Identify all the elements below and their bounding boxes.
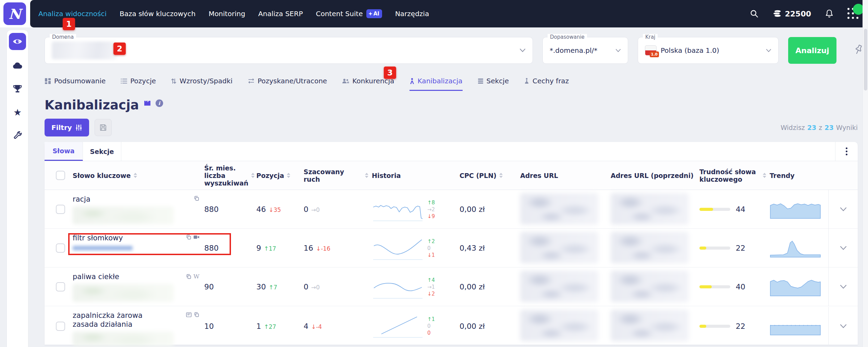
sidebar-trophy-icon[interactable]: [10, 81, 25, 97]
annotation-step-2: 2: [113, 43, 126, 55]
tab-kanibalizacja[interactable]: Kanibalizacja: [409, 77, 463, 91]
sort-icon[interactable]: [365, 173, 368, 178]
table-options-kebab-icon[interactable]: [835, 142, 858, 161]
apps-grid-icon[interactable]: [847, 8, 859, 20]
country-value: Polska (baza 1.0): [661, 46, 719, 55]
sort-icon[interactable]: [134, 173, 137, 178]
redacted-keyword-detail: [73, 284, 174, 302]
tab-sekcje[interactable]: Sekcje: [478, 77, 509, 90]
list-icon: [121, 78, 127, 84]
difficulty-bar: [699, 247, 730, 250]
row-expand-chevron-icon[interactable]: [828, 307, 858, 346]
keyword-text[interactable]: racja: [73, 195, 175, 204]
tab-cechy-fraz[interactable]: Cechy fraz: [524, 77, 569, 90]
sparkle-icon: [368, 12, 372, 16]
chevron-down-icon[interactable]: [766, 49, 771, 52]
report-tabs: Podsumowanie Pozycje Wzrosty/Spadki Pozy…: [45, 77, 868, 91]
sidebar-visibility-eye-icon[interactable]: [9, 33, 26, 50]
table-row: zapalniczka żarowa zasada działania 10 1…: [45, 306, 858, 345]
nav-monitoring[interactable]: Monitoring: [209, 10, 245, 18]
trend-chart: [770, 316, 828, 336]
country-select[interactable]: Kraj 1.0 Polska (baza 1.0): [638, 37, 779, 64]
keyword-cell[interactable]: paliwa ciekłe W: [73, 267, 204, 306]
info-icon[interactable]: i: [156, 99, 163, 107]
history-stats: ↑1 0 0: [427, 316, 435, 336]
sidebar-cloud-icon[interactable]: [10, 58, 25, 73]
copy-icon[interactable]: [194, 195, 199, 201]
match-select[interactable]: Dopasowanie *.domena.pl/*: [542, 37, 628, 64]
col-volume[interactable]: Śr. mies. liczba wyszukiwań: [204, 164, 256, 187]
results-shown: 23: [807, 124, 816, 131]
select-all-checkbox[interactable]: [56, 171, 65, 180]
sort-icon[interactable]: [251, 173, 255, 178]
save-filters-button[interactable]: [95, 119, 112, 136]
history-stats: ↑8 →2 ↓9: [427, 200, 435, 219]
analyze-button[interactable]: Analizuj: [788, 37, 836, 64]
traffic-metric: 16↓-16: [304, 244, 372, 252]
copy-icon[interactable]: [194, 312, 199, 318]
row-checkbox[interactable]: [56, 282, 65, 291]
coins-icon: [772, 9, 782, 18]
row-checkbox[interactable]: [56, 243, 65, 253]
notifications-bell-icon[interactable]: [825, 9, 834, 19]
chevron-down-icon[interactable]: [519, 48, 526, 52]
trend-chart: [770, 239, 828, 258]
nav-narzedzia[interactable]: Narzędzia: [395, 10, 429, 18]
pin-icon[interactable]: [853, 44, 864, 56]
tab-pozycje[interactable]: Pozycje: [121, 77, 156, 90]
sort-icon[interactable]: [499, 173, 503, 178]
row-expand-chevron-icon[interactable]: [828, 190, 858, 229]
results-total: 23: [824, 124, 833, 131]
scrollbar-thumb[interactable]: [864, 29, 867, 91]
chevron-down-icon[interactable]: [615, 49, 621, 52]
col-traffic[interactable]: Szacowany ruch: [304, 168, 372, 183]
position-metric: 9↑17: [256, 244, 304, 252]
row-checkbox[interactable]: [56, 322, 65, 331]
view-tab-sekcje[interactable]: Sekcje: [83, 142, 121, 161]
redacted-url: [520, 271, 598, 302]
scrollbar[interactable]: [863, 0, 868, 347]
col-keyword[interactable]: Słowo kluczowe: [73, 172, 204, 179]
tab-podsumowanie[interactable]: Podsumowanie: [45, 77, 106, 90]
summary-grid-icon: [45, 78, 51, 84]
keyword-text[interactable]: zapalniczka żarowa zasada działania: [73, 311, 158, 329]
redacted-url-previous: [611, 310, 689, 341]
actions-row: Filtry Widzisz 23 z 23 Wyniki: [45, 119, 858, 136]
row-expand-chevron-icon[interactable]: [828, 267, 858, 306]
col-difficulty[interactable]: Trudność słowa kluczowego: [699, 168, 770, 183]
keyword-cell[interactable]: zapalniczka żarowa zasada działania: [73, 306, 204, 346]
senuto-logo[interactable]: N: [3, 2, 26, 25]
keyword-text[interactable]: paliwa ciekłe: [73, 272, 175, 281]
tab-pozyskane-utracone[interactable]: Pozyskane/Utracone: [248, 77, 327, 90]
tab-wzrosty-spadki[interactable]: Wzrosty/Spadki: [171, 77, 233, 90]
sort-icon[interactable]: [287, 173, 290, 178]
sections-icon: [478, 78, 484, 84]
search-icon[interactable]: [750, 9, 759, 18]
redacted-keyword-detail: [73, 206, 174, 224]
nav-baza-slow-kluczowych[interactable]: Baza słów kluczowych: [120, 10, 196, 18]
nav-analiza-serp[interactable]: Analiza SERP: [258, 10, 303, 18]
col-url-previous: Adres URL (poprzedni): [611, 172, 699, 179]
row-checkbox[interactable]: [56, 205, 65, 214]
nav-content-suite[interactable]: Content Suite AI: [316, 9, 382, 18]
filters-button[interactable]: Filtry: [45, 119, 89, 136]
sidebar-tools-wrench-icon[interactable]: [10, 128, 25, 143]
sidebar-star-icon[interactable]: ★: [10, 104, 25, 120]
keyword-cell[interactable]: racja: [73, 190, 204, 229]
col-trends: Trendy: [770, 172, 828, 179]
col-cpc[interactable]: CPC (PLN): [460, 172, 520, 179]
volume-value: 880: [204, 205, 256, 214]
row-expand-chevron-icon[interactable]: [828, 229, 858, 267]
nav-analiza-widocznosci[interactable]: Analiza widoczności: [38, 10, 107, 18]
poland-flag-icon: 1.0: [645, 45, 657, 56]
table-row: paliwa ciekłe W 90 30↑7 0→0 ↑4 →1 ↓2: [45, 267, 858, 306]
cpc-value: 0,00 zł: [460, 322, 520, 331]
snippet-result-icon: [186, 312, 192, 317]
video-tutorial-icon[interactable]: [144, 100, 151, 106]
copy-icon[interactable]: [186, 274, 192, 279]
credits-counter[interactable]: 22500: [772, 9, 811, 18]
col-position[interactable]: Pozycja: [256, 172, 304, 179]
difficulty-value: 40: [736, 283, 745, 291]
view-tab-slowa[interactable]: Słowa: [45, 142, 83, 161]
sort-icon[interactable]: [763, 173, 766, 178]
